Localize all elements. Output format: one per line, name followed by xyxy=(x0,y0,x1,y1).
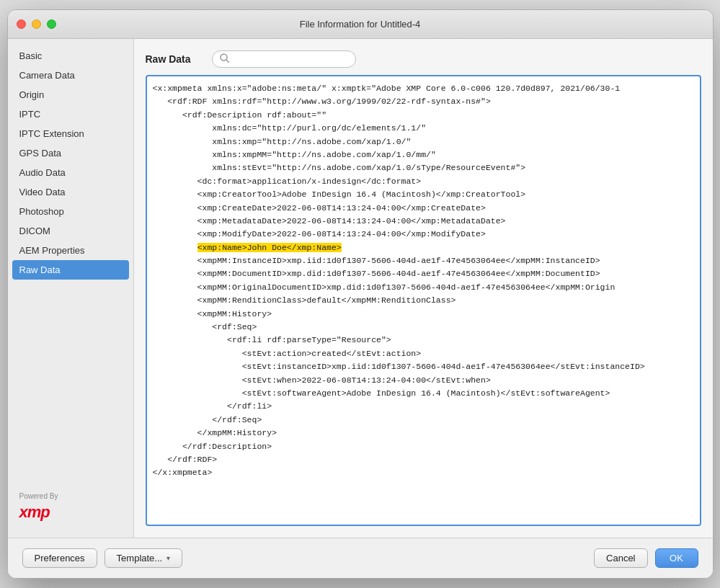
xml-line-21: <stEvt:action>created</stEvt:action> xyxy=(153,349,422,358)
title-bar: File Information for Untitled-4 xyxy=(8,10,713,39)
xml-highlighted-text: <xmp:Name>John Doe</xmp:Name> xyxy=(197,243,342,252)
sidebar-item-basic[interactable]: Basic xyxy=(8,46,133,66)
xml-line-11: <xmp:MetadataDate>2022-06-08T14:13:24-04… xyxy=(153,216,506,226)
minimize-button[interactable] xyxy=(32,19,41,29)
xml-line-6: xmlns:xmpMM="http://ns.adobe.com/xap/1.0… xyxy=(153,150,436,159)
sidebar-item-photoshop[interactable]: Photoshop xyxy=(8,202,133,221)
preferences-button[interactable]: Preferences xyxy=(22,548,97,568)
window-title: File Information for Untitled-4 xyxy=(300,19,421,30)
xml-line-14: <xmpMM:InstanceID>xmp.iid:1d0f1307-5606-… xyxy=(153,256,600,265)
xml-line-4: xmlns:dc="http://purl.org/dc/elements/1.… xyxy=(153,123,427,133)
svg-point-0 xyxy=(221,54,227,61)
sidebar-item-audio-data[interactable]: Audio Data xyxy=(8,163,133,182)
template-label: Template... xyxy=(117,553,163,564)
sidebar-footer: Powered By xmp xyxy=(8,484,133,530)
xml-line-highlight: <xmp:Name>John Doe</xmp:Name> xyxy=(153,243,342,252)
xml-line-10: <xmp:CreateDate>2022-06-08T14:13:24-04:0… xyxy=(153,203,486,213)
xml-line-29: </rdf:RDF> xyxy=(153,455,218,464)
xml-line-24: <stEvt:softwareAgent>Adobe InDesign 16.4… xyxy=(153,388,610,398)
ok-button[interactable]: OK xyxy=(655,548,698,568)
maximize-button[interactable] xyxy=(47,19,56,29)
sidebar-item-aem-properties[interactable]: AEM Properties xyxy=(8,241,133,260)
panel-title: Raw Data xyxy=(146,53,203,65)
xml-line-17: <xmpMM:RenditionClass>default</xmpMM:Ren… xyxy=(153,295,456,305)
content-area: Basic Camera Data Origin IPTC IPTC Exten… xyxy=(8,39,713,538)
sidebar-item-iptc[interactable]: IPTC xyxy=(8,104,133,124)
sidebar-item-origin[interactable]: Origin xyxy=(8,85,133,104)
xml-line-8: <dc:format>application/x-indesign</dc:fo… xyxy=(153,177,422,186)
xml-line-19: <rdf:Seq> xyxy=(153,322,257,331)
search-input[interactable] xyxy=(234,54,348,64)
search-container xyxy=(212,50,356,68)
xml-line-7: xmlns:stEvt="http://ns.adobe.com/xap/1.0… xyxy=(153,163,526,172)
xml-line-15: <xmpMM:DocumentID>xmp.did:1d0f1307-5606-… xyxy=(153,269,600,278)
cancel-button[interactable]: Cancel xyxy=(594,548,647,568)
xml-line-20: <rdf:li rdf:parseType="Resource"> xyxy=(153,335,391,344)
sidebar-item-gps-data[interactable]: GPS Data xyxy=(8,143,133,163)
xml-line-2: <rdf:RDF xmlns:rdf="http://www.w3.org/19… xyxy=(153,97,491,106)
panel-header: Raw Data xyxy=(146,50,701,68)
footer-bar: Preferences Template... ▾ Cancel OK xyxy=(8,538,713,578)
xml-line-3: <rdf:Description rdf:about="" xyxy=(153,110,327,120)
sidebar-item-video-data[interactable]: Video Data xyxy=(8,182,133,202)
window-controls xyxy=(17,19,56,29)
search-icon xyxy=(220,53,229,65)
xml-line-28: </rdf:Description> xyxy=(153,442,272,451)
xml-line-18: <xmpMM:History> xyxy=(153,309,272,318)
powered-by-label: Powered By xyxy=(19,492,122,500)
sidebar: Basic Camera Data Origin IPTC IPTC Exten… xyxy=(8,39,134,538)
sidebar-item-dicom[interactable]: DICOM xyxy=(8,221,133,241)
xml-line-25: </rdf:li> xyxy=(153,401,272,411)
xml-content-area[interactable]: <x:xmpmeta xmlns:x="adobe:ns:meta/" x:xm… xyxy=(146,75,701,526)
main-panel: Raw Data <x:xmpmeta xmlns:x="adobe:ns:me… xyxy=(134,39,713,538)
sidebar-item-camera-data[interactable]: Camera Data xyxy=(8,66,133,85)
xml-line-16: <xmpMM:OriginalDocumentID>xmp.did:1d0f13… xyxy=(153,282,615,292)
sidebar-item-raw-data[interactable]: Raw Data xyxy=(12,260,129,280)
close-button[interactable] xyxy=(17,19,26,29)
xml-line-12: <xmp:ModifyDate>2022-06-08T14:13:24-04:0… xyxy=(153,229,486,239)
sidebar-item-iptc-extension[interactable]: IPTC Extension xyxy=(8,124,133,143)
xml-line-9: <xmp:CreatorTool>Adobe InDesign 16.4 (Ma… xyxy=(153,190,526,199)
xmp-logo: xmp xyxy=(19,503,122,522)
xml-line-30: </x:xmpmeta> xyxy=(153,468,213,477)
xml-line-22: <stEvt:instanceID>xmp.iid:1d0f1307-5606-… xyxy=(153,362,645,371)
xml-line-1: <x:xmpmeta xmlns:x="adobe:ns:meta/" x:xm… xyxy=(153,84,621,93)
file-info-window: File Information for Untitled-4 Basic Ca… xyxy=(7,9,714,579)
footer-left: Preferences Template... ▾ xyxy=(22,548,183,568)
svg-line-1 xyxy=(226,61,228,63)
xml-line-27: </xmpMM:History> xyxy=(153,428,277,437)
footer-right: Cancel OK xyxy=(594,548,698,568)
template-button[interactable]: Template... ▾ xyxy=(105,548,183,568)
chevron-down-icon: ▾ xyxy=(166,554,170,562)
xml-line-26: </rdf:Seq> xyxy=(153,415,262,424)
xml-line-5: xmlns:xmp="http://ns.adobe.com/xap/1.0/" xyxy=(153,137,412,146)
xml-line-23: <stEvt:when>2022-06-08T14:13:24-04:00</s… xyxy=(153,375,491,385)
